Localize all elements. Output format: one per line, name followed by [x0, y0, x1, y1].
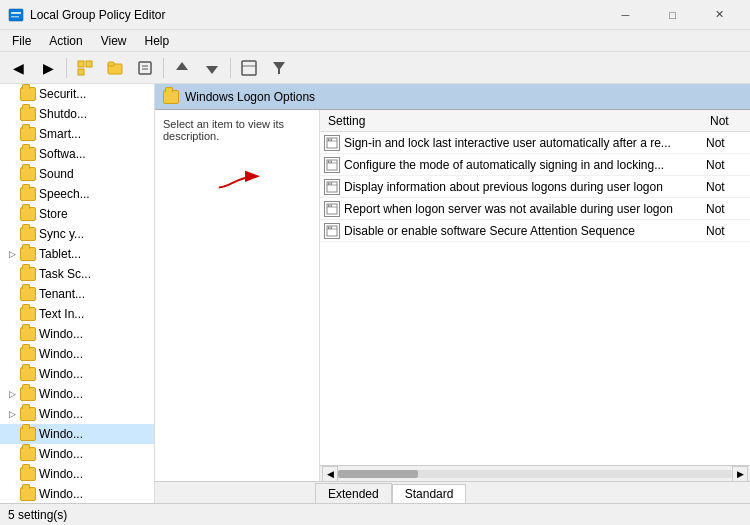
folder-icon-speech [20, 187, 36, 201]
tab-extended[interactable]: Extended [315, 483, 392, 503]
sidebar-label-syncy: Sync y... [39, 227, 84, 241]
sidebar-item-security[interactable]: Securit... [0, 84, 154, 104]
maximize-button[interactable]: □ [650, 5, 695, 25]
sidebar-item-tenant[interactable]: Tenant... [0, 284, 154, 304]
svg-marker-12 [206, 66, 218, 74]
scroll-left-button[interactable]: ◀ [322, 466, 338, 482]
sidebar-item-windo7[interactable]: Windo... [0, 444, 154, 464]
scroll-right-button[interactable]: ▶ [732, 466, 748, 482]
title-bar: Local Group Policy Editor ─ □ ✕ [0, 0, 750, 30]
sidebar-item-windo5[interactable]: ▷ Windo... [0, 404, 154, 424]
toolbar-btn-8[interactable] [235, 56, 263, 80]
right-panel: Windows Logon Options Select an item to … [155, 84, 750, 503]
sidebar-item-windo8[interactable]: Windo... [0, 464, 154, 484]
menu-bar: File Action View Help [0, 30, 750, 52]
sidebar-item-tablet[interactable]: ▷ Tablet... [0, 244, 154, 264]
svg-rect-5 [78, 69, 84, 75]
folder-icon-windo8 [20, 467, 36, 481]
panel-folder-icon [163, 90, 179, 104]
sidebar-item-smart[interactable]: Smart... [0, 124, 154, 144]
minimize-button[interactable]: ─ [603, 5, 648, 25]
setting-row-0[interactable]: Sign-in and lock last interactive user a… [320, 132, 750, 154]
close-button[interactable]: ✕ [697, 5, 742, 25]
setting-state-1: Not [706, 158, 746, 172]
setting-icon-4 [324, 223, 340, 239]
setting-state-0: Not [706, 136, 746, 150]
svg-rect-23 [328, 160, 330, 163]
sidebar-item-syncy[interactable]: Sync y... [0, 224, 154, 244]
toolbar-icon-5 [137, 60, 153, 76]
title-bar-controls: ─ □ ✕ [603, 5, 742, 25]
sidebar-label-windo6: Windo... [39, 427, 83, 441]
sidebar-label-windo1: Windo... [39, 327, 83, 341]
setting-icon-2 [324, 179, 340, 195]
sidebar-label-tenant: Tenant... [39, 287, 85, 301]
filter-button[interactable] [265, 56, 293, 80]
sidebar-item-windo2[interactable]: Windo... [0, 344, 154, 364]
status-text: 5 setting(s) [8, 508, 67, 522]
svg-rect-2 [11, 16, 19, 18]
setting-row-3[interactable]: Report when logon server was not availab… [320, 198, 750, 220]
sidebar-label-windo8: Windo... [39, 467, 83, 481]
setting-row-4[interactable]: Disable or enable software Secure Attent… [320, 220, 750, 242]
sidebar-label-tablet: Tablet... [39, 247, 81, 261]
menu-view[interactable]: View [93, 32, 135, 50]
folder-icon-windo2 [20, 347, 36, 361]
toolbar-btn-4[interactable] [101, 56, 129, 80]
sidebar-label-windo2: Windo... [39, 347, 83, 361]
folder-icon-windo9 [20, 487, 36, 501]
menu-help[interactable]: Help [137, 32, 178, 50]
forward-button[interactable]: ▶ [34, 56, 62, 80]
sidebar-tree: Securit... Shutdo... Smart... Softwa... … [0, 84, 155, 503]
toolbar-btn-7[interactable] [198, 56, 226, 80]
setting-row-2[interactable]: Display information about previous logon… [320, 176, 750, 198]
setting-name-2: Display information about previous logon… [344, 180, 706, 194]
window-title: Local Group Policy Editor [30, 8, 165, 22]
folder-icon-windo3 [20, 367, 36, 381]
svg-marker-15 [273, 62, 285, 74]
sidebar-item-tasksc[interactable]: Task Sc... [0, 264, 154, 284]
svg-rect-7 [108, 62, 114, 66]
horizontal-scrollbar[interactable]: ◀ ▶ [320, 465, 750, 481]
description-pane: Select an item to view its description. [155, 110, 320, 481]
sidebar-item-software[interactable]: Softwa... [0, 144, 154, 164]
sidebar-item-windo3[interactable]: Windo... [0, 364, 154, 384]
setting-icon-3 [324, 201, 340, 217]
settings-pane: Setting Not Sign-in and lock last intera… [320, 110, 750, 481]
sidebar-item-textin[interactable]: Text In... [0, 304, 154, 324]
scrollbar-thumb[interactable] [338, 470, 418, 478]
toolbar: ◀ ▶ [0, 52, 750, 84]
menu-action[interactable]: Action [41, 32, 90, 50]
panel-title: Windows Logon Options [185, 90, 315, 104]
setting-state-3: Not [706, 202, 746, 216]
folder-icon-windo7 [20, 447, 36, 461]
title-bar-left: Local Group Policy Editor [8, 7, 165, 23]
sidebar-item-shutdown[interactable]: Shutdo... [0, 104, 154, 124]
sidebar-label-shutdown: Shutdo... [39, 107, 87, 121]
sidebar-label-tasksc: Task Sc... [39, 267, 91, 281]
setting-row-1[interactable]: Configure the mode of automatically sign… [320, 154, 750, 176]
sidebar-item-windo9[interactable]: Windo... [0, 484, 154, 503]
svg-rect-3 [78, 61, 84, 67]
sidebar-item-windo6[interactable]: Windo... [0, 424, 154, 444]
svg-marker-11 [176, 62, 188, 70]
menu-file[interactable]: File [4, 32, 39, 50]
sidebar-item-windo4[interactable]: ▷ Windo... [0, 384, 154, 404]
toolbar-btn-6[interactable] [168, 56, 196, 80]
back-button[interactable]: ◀ [4, 56, 32, 80]
folder-icon-textin [20, 307, 36, 321]
sidebar-label-sound: Sound [39, 167, 74, 181]
toolbar-btn-5[interactable] [131, 56, 159, 80]
sidebar-item-speech[interactable]: Speech... [0, 184, 154, 204]
settings-header: Setting Not [320, 110, 750, 132]
tab-standard[interactable]: Standard [392, 484, 467, 503]
sidebar-label-windo7: Windo... [39, 447, 83, 461]
tree-icon [77, 60, 93, 76]
show-hide-button[interactable] [71, 56, 99, 80]
scrollbar-track[interactable] [338, 470, 732, 478]
folder-icon-security [20, 87, 36, 101]
sidebar-item-store[interactable]: Store [0, 204, 154, 224]
sidebar-item-sound[interactable]: Sound [0, 164, 154, 184]
col-header-state: Not [706, 114, 746, 128]
sidebar-item-windo1[interactable]: Windo... [0, 324, 154, 344]
